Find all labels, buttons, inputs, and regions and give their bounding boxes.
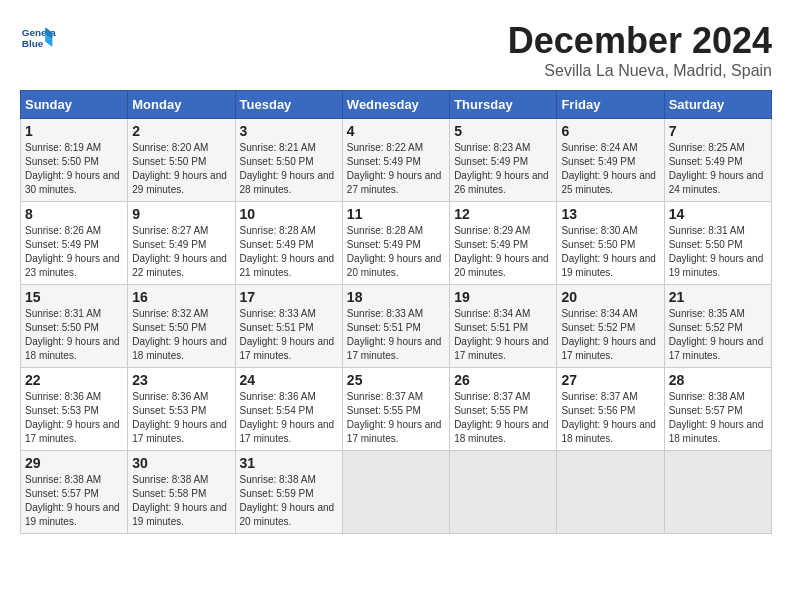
day-cell (342, 451, 449, 534)
day-number: 11 (347, 206, 445, 222)
day-number: 2 (132, 123, 230, 139)
day-cell: 29 Sunrise: 8:38 AM Sunset: 5:57 PM Dayl… (21, 451, 128, 534)
day-number: 18 (347, 289, 445, 305)
day-info: Sunrise: 8:21 AM Sunset: 5:50 PM Dayligh… (240, 141, 338, 197)
day-number: 13 (561, 206, 659, 222)
day-info: Sunrise: 8:22 AM Sunset: 5:49 PM Dayligh… (347, 141, 445, 197)
day-number: 25 (347, 372, 445, 388)
day-cell: 9 Sunrise: 8:27 AM Sunset: 5:49 PM Dayli… (128, 202, 235, 285)
day-number: 26 (454, 372, 552, 388)
day-info: Sunrise: 8:32 AM Sunset: 5:50 PM Dayligh… (132, 307, 230, 363)
day-number: 30 (132, 455, 230, 471)
day-info: Sunrise: 8:37 AM Sunset: 5:56 PM Dayligh… (561, 390, 659, 446)
day-number: 17 (240, 289, 338, 305)
day-number: 27 (561, 372, 659, 388)
day-info: Sunrise: 8:33 AM Sunset: 5:51 PM Dayligh… (240, 307, 338, 363)
svg-text:Blue: Blue (22, 38, 44, 49)
day-info: Sunrise: 8:31 AM Sunset: 5:50 PM Dayligh… (669, 224, 767, 280)
day-info: Sunrise: 8:28 AM Sunset: 5:49 PM Dayligh… (240, 224, 338, 280)
day-info: Sunrise: 8:31 AM Sunset: 5:50 PM Dayligh… (25, 307, 123, 363)
day-cell: 16 Sunrise: 8:32 AM Sunset: 5:50 PM Dayl… (128, 285, 235, 368)
day-info: Sunrise: 8:35 AM Sunset: 5:52 PM Dayligh… (669, 307, 767, 363)
day-number: 12 (454, 206, 552, 222)
day-cell: 25 Sunrise: 8:37 AM Sunset: 5:55 PM Dayl… (342, 368, 449, 451)
day-cell: 10 Sunrise: 8:28 AM Sunset: 5:49 PM Dayl… (235, 202, 342, 285)
day-number: 4 (347, 123, 445, 139)
day-info: Sunrise: 8:26 AM Sunset: 5:49 PM Dayligh… (25, 224, 123, 280)
day-cell: 3 Sunrise: 8:21 AM Sunset: 5:50 PM Dayli… (235, 119, 342, 202)
day-info: Sunrise: 8:20 AM Sunset: 5:50 PM Dayligh… (132, 141, 230, 197)
day-cell (664, 451, 771, 534)
day-cell: 21 Sunrise: 8:35 AM Sunset: 5:52 PM Dayl… (664, 285, 771, 368)
day-number: 29 (25, 455, 123, 471)
day-info: Sunrise: 8:38 AM Sunset: 5:57 PM Dayligh… (669, 390, 767, 446)
day-info: Sunrise: 8:28 AM Sunset: 5:49 PM Dayligh… (347, 224, 445, 280)
day-cell: 28 Sunrise: 8:38 AM Sunset: 5:57 PM Dayl… (664, 368, 771, 451)
day-cell: 19 Sunrise: 8:34 AM Sunset: 5:51 PM Dayl… (450, 285, 557, 368)
day-cell: 12 Sunrise: 8:29 AM Sunset: 5:49 PM Dayl… (450, 202, 557, 285)
day-info: Sunrise: 8:24 AM Sunset: 5:49 PM Dayligh… (561, 141, 659, 197)
day-cell: 31 Sunrise: 8:38 AM Sunset: 5:59 PM Dayl… (235, 451, 342, 534)
title-area: December 2024 Sevilla La Nueva, Madrid, … (508, 20, 772, 80)
day-info: Sunrise: 8:36 AM Sunset: 5:53 PM Dayligh… (25, 390, 123, 446)
day-cell: 22 Sunrise: 8:36 AM Sunset: 5:53 PM Dayl… (21, 368, 128, 451)
day-number: 19 (454, 289, 552, 305)
day-number: 15 (25, 289, 123, 305)
day-number: 16 (132, 289, 230, 305)
day-cell: 24 Sunrise: 8:36 AM Sunset: 5:54 PM Dayl… (235, 368, 342, 451)
weekday-header-tuesday: Tuesday (235, 91, 342, 119)
day-number: 21 (669, 289, 767, 305)
day-cell: 6 Sunrise: 8:24 AM Sunset: 5:49 PM Dayli… (557, 119, 664, 202)
calendar-title: December 2024 (508, 20, 772, 62)
day-number: 24 (240, 372, 338, 388)
day-cell: 1 Sunrise: 8:19 AM Sunset: 5:50 PM Dayli… (21, 119, 128, 202)
day-number: 22 (25, 372, 123, 388)
day-cell: 27 Sunrise: 8:37 AM Sunset: 5:56 PM Dayl… (557, 368, 664, 451)
day-number: 23 (132, 372, 230, 388)
day-cell: 4 Sunrise: 8:22 AM Sunset: 5:49 PM Dayli… (342, 119, 449, 202)
day-number: 14 (669, 206, 767, 222)
weekday-header-sunday: Sunday (21, 91, 128, 119)
day-cell: 20 Sunrise: 8:34 AM Sunset: 5:52 PM Dayl… (557, 285, 664, 368)
week-row-4: 22 Sunrise: 8:36 AM Sunset: 5:53 PM Dayl… (21, 368, 772, 451)
day-cell: 26 Sunrise: 8:37 AM Sunset: 5:55 PM Dayl… (450, 368, 557, 451)
day-cell (450, 451, 557, 534)
logo: General Blue (20, 20, 56, 56)
day-cell: 15 Sunrise: 8:31 AM Sunset: 5:50 PM Dayl… (21, 285, 128, 368)
week-row-2: 8 Sunrise: 8:26 AM Sunset: 5:49 PM Dayli… (21, 202, 772, 285)
day-info: Sunrise: 8:27 AM Sunset: 5:49 PM Dayligh… (132, 224, 230, 280)
calendar-subtitle: Sevilla La Nueva, Madrid, Spain (508, 62, 772, 80)
header-row: SundayMondayTuesdayWednesdayThursdayFrid… (21, 91, 772, 119)
weekday-header-thursday: Thursday (450, 91, 557, 119)
day-cell: 14 Sunrise: 8:31 AM Sunset: 5:50 PM Dayl… (664, 202, 771, 285)
day-cell: 17 Sunrise: 8:33 AM Sunset: 5:51 PM Dayl… (235, 285, 342, 368)
day-info: Sunrise: 8:38 AM Sunset: 5:57 PM Dayligh… (25, 473, 123, 529)
day-cell: 7 Sunrise: 8:25 AM Sunset: 5:49 PM Dayli… (664, 119, 771, 202)
day-cell: 18 Sunrise: 8:33 AM Sunset: 5:51 PM Dayl… (342, 285, 449, 368)
day-number: 20 (561, 289, 659, 305)
day-info: Sunrise: 8:37 AM Sunset: 5:55 PM Dayligh… (454, 390, 552, 446)
day-cell: 13 Sunrise: 8:30 AM Sunset: 5:50 PM Dayl… (557, 202, 664, 285)
day-info: Sunrise: 8:25 AM Sunset: 5:49 PM Dayligh… (669, 141, 767, 197)
week-row-3: 15 Sunrise: 8:31 AM Sunset: 5:50 PM Dayl… (21, 285, 772, 368)
day-cell: 11 Sunrise: 8:28 AM Sunset: 5:49 PM Dayl… (342, 202, 449, 285)
day-number: 10 (240, 206, 338, 222)
day-cell: 23 Sunrise: 8:36 AM Sunset: 5:53 PM Dayl… (128, 368, 235, 451)
weekday-header-friday: Friday (557, 91, 664, 119)
day-number: 9 (132, 206, 230, 222)
day-number: 7 (669, 123, 767, 139)
weekday-header-monday: Monday (128, 91, 235, 119)
day-cell: 5 Sunrise: 8:23 AM Sunset: 5:49 PM Dayli… (450, 119, 557, 202)
day-info: Sunrise: 8:38 AM Sunset: 5:59 PM Dayligh… (240, 473, 338, 529)
day-info: Sunrise: 8:29 AM Sunset: 5:49 PM Dayligh… (454, 224, 552, 280)
day-cell: 30 Sunrise: 8:38 AM Sunset: 5:58 PM Dayl… (128, 451, 235, 534)
day-info: Sunrise: 8:33 AM Sunset: 5:51 PM Dayligh… (347, 307, 445, 363)
day-number: 6 (561, 123, 659, 139)
day-info: Sunrise: 8:36 AM Sunset: 5:53 PM Dayligh… (132, 390, 230, 446)
week-row-1: 1 Sunrise: 8:19 AM Sunset: 5:50 PM Dayli… (21, 119, 772, 202)
day-info: Sunrise: 8:19 AM Sunset: 5:50 PM Dayligh… (25, 141, 123, 197)
day-info: Sunrise: 8:34 AM Sunset: 5:52 PM Dayligh… (561, 307, 659, 363)
logo-icon: General Blue (20, 20, 56, 56)
weekday-header-wednesday: Wednesday (342, 91, 449, 119)
day-cell: 8 Sunrise: 8:26 AM Sunset: 5:49 PM Dayli… (21, 202, 128, 285)
